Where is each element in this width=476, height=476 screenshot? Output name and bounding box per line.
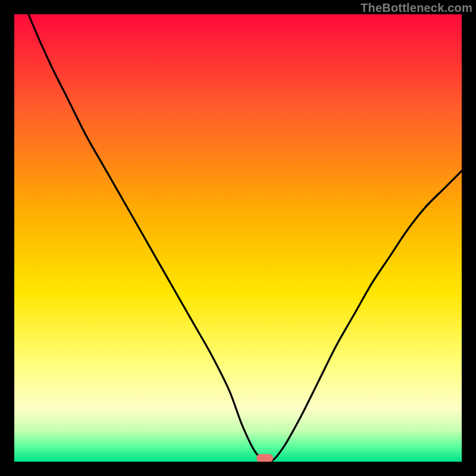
chart-frame: TheBottleneck.com — [0, 0, 476, 476]
optimum-marker — [256, 454, 273, 462]
plot-area — [14, 14, 462, 462]
bottleneck-curve — [14, 14, 462, 462]
watermark-text: TheBottleneck.com — [361, 1, 472, 15]
